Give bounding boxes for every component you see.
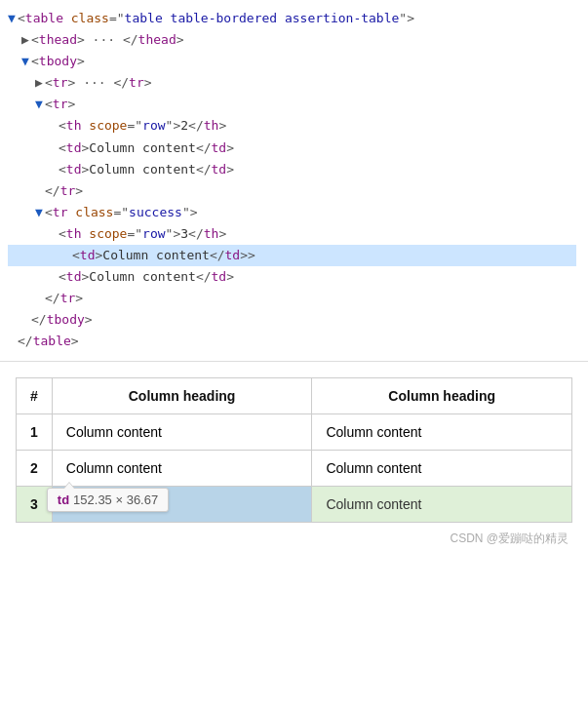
code-line-6: <th scope="row">2</th>	[8, 115, 576, 137]
code-line-8: <td>Column content</td>	[8, 159, 576, 180]
tooltip-dims: 152.35 × 36.67	[73, 492, 158, 507]
toggle-icon-5[interactable]: ▼	[35, 94, 45, 115]
col-header-num: #	[17, 377, 53, 414]
row-1-col1: Column content	[52, 414, 312, 450]
toggle-icon-10[interactable]: ▼	[35, 202, 45, 223]
tooltip-tag: td	[58, 492, 69, 507]
code-line-1: ▼ <table class="table table-bordered ass…	[8, 8, 576, 29]
tooltip-box: td152.35 × 36.67	[47, 488, 169, 512]
toggle-icon-3[interactable]: ▼	[21, 51, 31, 72]
code-line-4: ▶ <tr> ··· </tr>	[8, 72, 576, 94]
toggle-icon-2[interactable]: ▶	[21, 29, 31, 51]
code-line-11: <th scope="row">3</th>	[8, 223, 576, 245]
row-2-col1: Column content td152.35 × 36.67	[52, 450, 312, 486]
code-line-10: ▼ <tr class="success">	[8, 202, 576, 223]
table-row: 2 Column content td152.35 × 36.67 Column…	[17, 450, 572, 486]
table-body: 1 Column content Column content 2 Column…	[17, 414, 572, 522]
col-header-1: Column heading	[52, 377, 312, 414]
code-line-5: ▼ <tr>	[8, 94, 576, 115]
table-head: # Column heading Column heading	[17, 377, 572, 414]
code-line-16: </table>	[8, 331, 576, 352]
row-2-col2: Column content	[312, 450, 572, 486]
toggle-icon-1[interactable]: ▼	[8, 8, 18, 29]
row-1-col2: Column content	[312, 414, 572, 450]
row-2-col1-text: Column content	[66, 460, 162, 476]
table-preview-panel: # Column heading Column heading 1 Column…	[0, 362, 588, 567]
code-inspector-panel: ▼ <table class="table table-bordered ass…	[0, 0, 588, 362]
code-line-7: <td>Column content</td>	[8, 138, 576, 159]
tooltip-wrapper: Column content td152.35 × 36.67	[53, 451, 176, 486]
row-3-col2: Column content	[312, 486, 572, 522]
watermark: CSDN @爱蹦哒的精灵	[16, 531, 572, 547]
code-line-2: ▶ <thead> ··· </thead>	[8, 29, 576, 51]
table-header-row: # Column heading Column heading	[17, 377, 572, 414]
code-line-15: </tbody>	[8, 309, 576, 331]
code-line-14: </tr>	[8, 288, 576, 309]
row-1-num: 1	[17, 414, 53, 450]
code-line-12-highlighted: <td>Column content</td>>	[8, 245, 576, 266]
toggle-icon-4[interactable]: ▶	[35, 72, 45, 94]
row-2-num: 2	[17, 450, 53, 486]
table-row: 1 Column content Column content	[17, 414, 572, 450]
code-line-13: <td>Column content</td>	[8, 266, 576, 288]
code-line-9: </tr>	[8, 180, 576, 202]
col-header-2: Column heading	[312, 377, 572, 414]
preview-table: # Column heading Column heading 1 Column…	[16, 377, 572, 523]
code-line-3: ▼ <tbody>	[8, 51, 576, 72]
